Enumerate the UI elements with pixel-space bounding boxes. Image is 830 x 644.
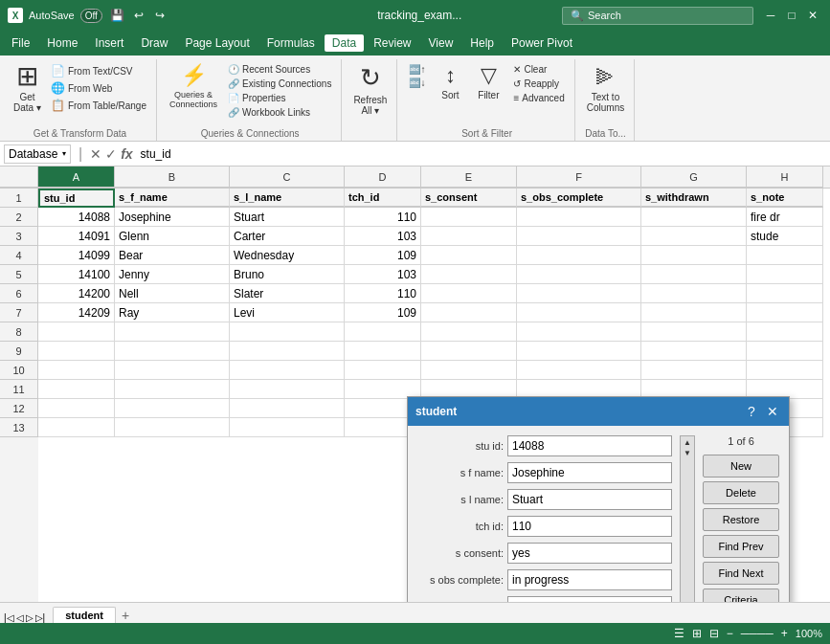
row-header-5[interactable]: 5 (0, 265, 38, 284)
normal-view-icon[interactable]: ☰ (674, 627, 684, 640)
formula-fx-icon[interactable]: fx (121, 146, 132, 162)
cell-f6[interactable] (517, 284, 641, 303)
clear-button[interactable]: ✕ Clear (509, 63, 568, 76)
cell-d7[interactable]: 109 (345, 303, 421, 322)
from-table-range-button[interactable]: 📋 From Table/Range (47, 98, 150, 113)
cell-a2[interactable]: 14088 (38, 208, 115, 227)
row-header-12[interactable]: 12 (0, 399, 38, 418)
cell-a8[interactable] (38, 322, 115, 342)
row-header-10[interactable]: 10 (0, 361, 38, 380)
cell-g8[interactable] (641, 322, 747, 342)
cell-g4[interactable] (641, 246, 747, 265)
cell-b9[interactable] (115, 342, 230, 361)
col-header-h[interactable]: H (747, 167, 823, 188)
page-layout-view-icon[interactable]: ⊞ (692, 627, 702, 640)
cell-e9[interactable] (421, 342, 517, 361)
cell-a13[interactable] (38, 418, 115, 437)
formula-cross-icon[interactable]: ✕ (90, 146, 101, 162)
cell-f4[interactable] (517, 246, 641, 265)
menu-data[interactable]: Data (325, 34, 364, 52)
col-header-e[interactable]: E (421, 167, 517, 188)
cell-reference[interactable]: Database ▾ (4, 144, 71, 164)
cell-h10[interactable] (747, 361, 823, 380)
input-s-f-name[interactable] (507, 462, 672, 483)
find-prev-button[interactable]: Find Prev (703, 535, 779, 558)
cell-a3[interactable]: 14091 (38, 227, 115, 246)
cell-g10[interactable] (641, 361, 747, 380)
cell-e5[interactable] (421, 265, 517, 284)
cell-f1[interactable]: s_obs_complete (517, 189, 641, 208)
menu-home[interactable]: Home (39, 34, 85, 52)
zoom-out-button[interactable]: − (727, 627, 733, 640)
cell-g1[interactable]: s_withdrawn (641, 189, 747, 208)
cell-d10[interactable] (345, 361, 421, 380)
sort-az-button[interactable]: 🔤↑ (405, 63, 429, 76)
filter-button[interactable]: ▽ Filter (471, 61, 505, 102)
row-header-8[interactable]: 8 (0, 322, 38, 342)
dialog-close-icon[interactable]: ✕ (764, 403, 781, 420)
cell-b7[interactable]: Ray (115, 303, 230, 322)
cell-b13[interactable] (115, 418, 230, 437)
cell-g5[interactable] (641, 265, 747, 284)
cell-g9[interactable] (641, 342, 747, 361)
row-header-7[interactable]: 7 (0, 303, 38, 322)
recent-sources-button[interactable]: 🕐 Recent Sources (224, 63, 335, 76)
cell-d2[interactable]: 110 (345, 208, 421, 227)
cell-b1[interactable]: s_f_name (115, 189, 230, 208)
cell-d9[interactable] (345, 342, 421, 361)
cell-e7[interactable] (421, 303, 517, 322)
cell-c1[interactable]: s_l_name (230, 189, 345, 208)
cell-c7[interactable]: Levi (230, 303, 345, 322)
cell-a1[interactable]: stu_id (38, 189, 115, 208)
cell-c11[interactable] (230, 380, 345, 399)
cell-d3[interactable]: 103 (345, 227, 421, 246)
reapply-button[interactable]: ↺ Reapply (509, 78, 568, 90)
cell-b4[interactable]: Bear (115, 246, 230, 265)
find-next-button[interactable]: Find Next (703, 562, 779, 585)
col-header-f[interactable]: F (517, 167, 641, 188)
zoom-slider[interactable]: ──── (741, 627, 774, 640)
menu-view[interactable]: View (421, 34, 461, 52)
menu-draw[interactable]: Draw (133, 34, 175, 52)
cell-g2[interactable] (641, 208, 747, 227)
undo-button[interactable]: ↩ (129, 6, 148, 25)
sheet-next-icon[interactable]: ▷ (26, 612, 34, 623)
existing-connections-button[interactable]: 🔗 Existing Connections (224, 78, 335, 90)
cell-a6[interactable]: 14200 (38, 284, 115, 303)
cell-a11[interactable] (38, 380, 115, 399)
cell-d5[interactable]: 103 (345, 265, 421, 284)
cell-b2[interactable]: Josephine (115, 208, 230, 227)
row-header-13[interactable]: 13 (0, 418, 38, 437)
col-header-b[interactable]: B (115, 167, 230, 188)
scroll-down-arrow[interactable]: ▼ (684, 449, 691, 457)
cell-c2[interactable]: Stuart (230, 208, 345, 227)
cell-f5[interactable] (517, 265, 641, 284)
cell-h9[interactable] (747, 342, 823, 361)
row-header-11[interactable]: 11 (0, 380, 38, 399)
cell-d4[interactable]: 109 (345, 246, 421, 265)
cell-c8[interactable] (230, 322, 345, 342)
col-header-g[interactable]: G (641, 167, 747, 188)
cell-b3[interactable]: Glenn (115, 227, 230, 246)
cell-h3[interactable]: stude (747, 227, 823, 246)
cell-b6[interactable]: Nell (115, 284, 230, 303)
cell-f10[interactable] (517, 361, 641, 380)
sheet-last-icon[interactable]: ▷| (35, 612, 46, 623)
cell-h2[interactable]: fire dr (747, 208, 823, 227)
delete-button[interactable]: Delete (703, 481, 779, 504)
refresh-all-button[interactable]: ↻ RefreshAll ▾ (349, 61, 391, 118)
cell-h1[interactable]: s_note (747, 189, 823, 208)
menu-file[interactable]: File (4, 34, 37, 52)
restore-button[interactable]: Restore (703, 508, 779, 531)
save-icon[interactable]: 💾 (108, 6, 127, 25)
col-header-d[interactable]: D (345, 167, 421, 188)
row-header-4[interactable]: 4 (0, 246, 38, 265)
input-s-consent[interactable] (507, 543, 672, 564)
cell-f3[interactable] (517, 227, 641, 246)
cell-a4[interactable]: 14099 (38, 246, 115, 265)
cell-f9[interactable] (517, 342, 641, 361)
cell-e4[interactable] (421, 246, 517, 265)
cell-g3[interactable] (641, 227, 747, 246)
cell-a5[interactable]: 14100 (38, 265, 115, 284)
row-header-1[interactable]: 1 (0, 189, 38, 208)
